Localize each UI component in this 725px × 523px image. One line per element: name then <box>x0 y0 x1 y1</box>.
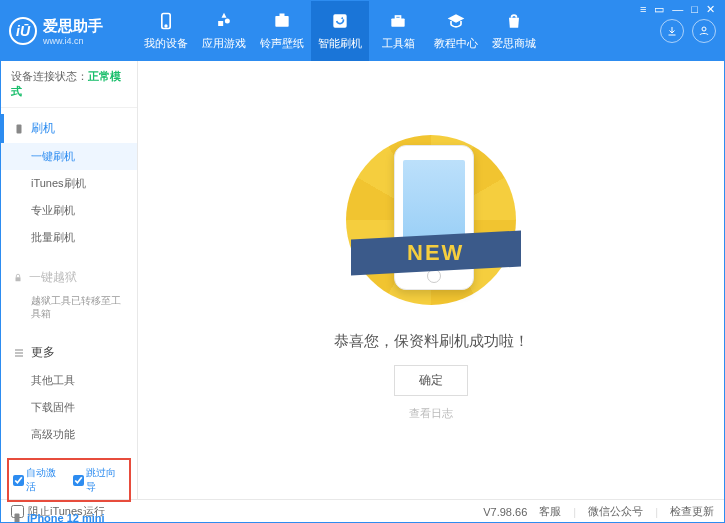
view-log-link[interactable]: 查看日志 <box>409 406 453 421</box>
skip-guide-checkbox[interactable]: 跳过向导 <box>73 466 125 494</box>
sidebar-head-jailbreak[interactable]: 一键越狱 <box>1 263 137 292</box>
svg-rect-12 <box>15 355 23 356</box>
svg-rect-11 <box>15 352 23 353</box>
main-content: NEW 恭喜您，保资料刷机成功啦！ 确定 查看日志 <box>138 61 724 499</box>
apps-icon <box>214 11 234 33</box>
download-button[interactable] <box>660 19 684 43</box>
grad-cap-icon <box>446 11 466 33</box>
tab-my-device[interactable]: 我的设备 <box>137 1 195 61</box>
check-update-link[interactable]: 检查更新 <box>670 504 714 519</box>
brand-name: 爱思助手 <box>43 17 103 36</box>
toolbox-icon <box>388 11 408 33</box>
tab-apps[interactable]: 应用游戏 <box>195 1 253 61</box>
window-controls: ≡ ▭ — □ ✕ <box>631 1 724 18</box>
version-label: V7.98.66 <box>483 506 527 518</box>
svg-rect-3 <box>280 14 285 17</box>
logo-icon: iŪ <box>9 17 37 45</box>
sidebar-item-oneclick[interactable]: 一键刷机 <box>1 143 137 170</box>
svg-rect-13 <box>15 514 20 523</box>
svg-rect-4 <box>333 14 346 27</box>
tab-flash[interactable]: 智能刷机 <box>311 1 369 61</box>
sidebar-item-batch[interactable]: 批量刷机 <box>1 224 137 251</box>
device-info[interactable]: iPhone 12 mini 64GB Down-12mini-13,1 <box>1 506 137 523</box>
menu-icon[interactable]: ≡ <box>637 3 649 16</box>
svg-rect-2 <box>275 16 288 27</box>
minimize-icon[interactable]: — <box>669 3 686 16</box>
new-badge: NEW <box>407 240 464 266</box>
phone-icon <box>156 11 176 33</box>
svg-rect-5 <box>391 19 404 27</box>
brand-url: www.i4.cn <box>43 36 103 46</box>
svg-rect-10 <box>15 349 23 350</box>
svg-rect-6 <box>396 16 401 19</box>
sidebar-item-other[interactable]: 其他工具 <box>1 367 137 394</box>
folder-icon <box>272 11 292 33</box>
confirm-button[interactable]: 确定 <box>394 365 468 396</box>
sidebar-head-more[interactable]: 更多 <box>1 338 137 367</box>
auto-activate-checkbox[interactable]: 自动激活 <box>13 466 65 494</box>
svg-rect-8 <box>17 124 22 133</box>
sidebar-item-advanced[interactable]: 高级功能 <box>1 421 137 448</box>
user-button[interactable] <box>692 19 716 43</box>
sidebar-item-itunes[interactable]: iTunes刷机 <box>1 170 137 197</box>
sidebar-item-pro[interactable]: 专业刷机 <box>1 197 137 224</box>
app-header: ≡ ▭ — □ ✕ iŪ 爱思助手 www.i4.cn 我的设备 应用游戏 铃声… <box>1 1 724 61</box>
tab-tutorials[interactable]: 教程中心 <box>427 1 485 61</box>
options-highlight: 自动激活 跳过向导 <box>7 458 131 502</box>
svg-point-7 <box>702 27 706 31</box>
close-icon[interactable]: ✕ <box>703 3 718 16</box>
success-illustration: NEW <box>356 140 506 320</box>
skin-icon[interactable]: ▭ <box>651 3 667 16</box>
refresh-icon <box>330 11 350 33</box>
tab-store[interactable]: 爱思商城 <box>485 1 543 61</box>
tab-toolbox[interactable]: 工具箱 <box>369 1 427 61</box>
support-link[interactable]: 客服 <box>539 504 561 519</box>
bag-icon <box>504 11 524 33</box>
svg-point-1 <box>165 25 167 27</box>
sidebar: 设备连接状态：正常模式 刷机 一键刷机 iTunes刷机 专业刷机 批量刷机 一… <box>1 61 138 499</box>
maximize-icon[interactable]: □ <box>688 3 701 16</box>
nav-tabs: 我的设备 应用游戏 铃声壁纸 智能刷机 工具箱 教程中心 爱思商城 <box>137 1 660 61</box>
header-right <box>660 19 716 43</box>
sidebar-head-flash[interactable]: 刷机 <box>1 114 137 143</box>
tab-ringtones[interactable]: 铃声壁纸 <box>253 1 311 61</box>
sidebar-item-firmware[interactable]: 下载固件 <box>1 394 137 421</box>
wechat-link[interactable]: 微信公众号 <box>588 504 643 519</box>
jailbreak-note: 越狱工具已转移至工具箱 <box>1 292 137 326</box>
connection-status: 设备连接状态：正常模式 <box>1 61 137 108</box>
logo-area: iŪ 爱思助手 www.i4.cn <box>9 17 137 46</box>
success-message: 恭喜您，保资料刷机成功啦！ <box>334 332 529 351</box>
svg-rect-9 <box>16 277 21 281</box>
